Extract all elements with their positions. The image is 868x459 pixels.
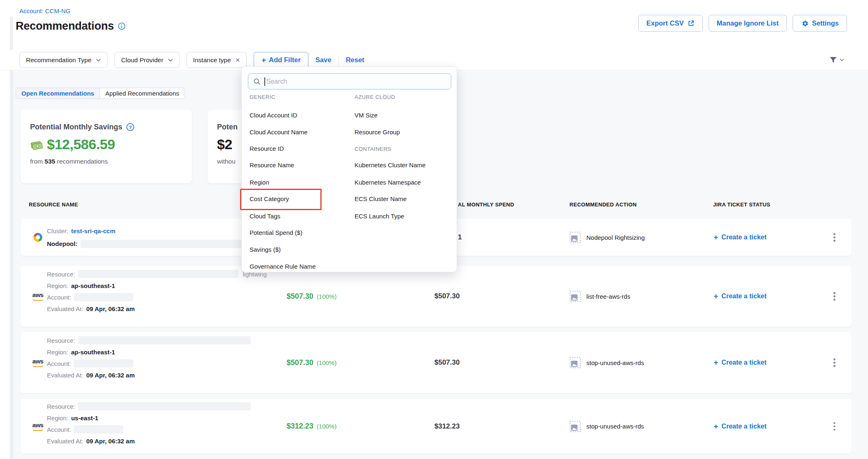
recommended-action: list-free-aws-rds — [569, 266, 630, 327]
region-value: ap-southeast-1 — [71, 349, 115, 356]
export-csv-label: Export CSV — [646, 19, 684, 27]
filter-chip-cloud-provider[interactable]: Cloud Provider — [114, 52, 180, 68]
dropdown-item-governance-rule-name[interactable]: Governance Rule Name — [250, 262, 316, 270]
dropdown-search[interactable] — [248, 73, 451, 89]
evaluated-at-label: Evaluated At: — [47, 438, 83, 445]
dropdown-item-region[interactable]: Region — [250, 178, 269, 186]
filter-panel-toggle[interactable] — [829, 56, 844, 64]
create-ticket-button[interactable]: + Create a ticket — [714, 219, 767, 256]
region-label: Region: — [47, 349, 68, 356]
save-filter-button[interactable]: Save — [315, 56, 331, 64]
redacted-value — [78, 336, 251, 344]
filter-chip-label: Recommendation Type — [26, 56, 91, 64]
savings-card-title: Potential Monthly Savings — [30, 123, 122, 131]
redacted-value — [78, 402, 251, 410]
cluster-label: Cluster: — [47, 227, 68, 234]
recommended-action: stop-unused-aws-rds — [569, 399, 644, 454]
column-header-total-monthly-spend-partial: AL MONTHLY SPEND — [458, 201, 514, 208]
column-header-resource-name: RESOURCE NAME — [29, 201, 78, 208]
recommended-action: stop-unused-aws-rds — [569, 332, 644, 393]
dropdown-item-potential-spend[interactable]: Potential Spend ($) — [250, 228, 302, 237]
table-row[interactable]: aws Resource: Region: ap-southeast-1 Acc… — [21, 332, 852, 393]
filter-chip-instance-type[interactable]: Instance type × — [187, 52, 247, 68]
kebab-menu-icon[interactable] — [831, 419, 838, 433]
broken-image-icon — [569, 232, 581, 243]
breadcrumb-account-link[interactable]: Account: CCM-NG — [19, 7, 70, 14]
dropdown-item-resource-id[interactable]: Resource ID — [250, 144, 284, 152]
potential-monthly-savings-card: Potential Monthly Savings ? $12,586.59 f… — [21, 110, 192, 183]
dropdown-item-resource-group[interactable]: Resource Group — [355, 128, 400, 136]
dropdown-item-vm-size[interactable]: VM Size — [355, 111, 378, 119]
create-ticket-button[interactable]: + Create a ticket — [714, 266, 767, 327]
reset-filter-button[interactable]: Reset — [346, 56, 364, 64]
redacted-value — [74, 293, 133, 301]
question-icon[interactable]: ? — [126, 123, 135, 131]
dropdown-item-kubernetes-namespace[interactable]: Kubernetes Namespace — [355, 178, 421, 186]
column-header-recommended-action: RECOMMENDED ACTION — [569, 201, 637, 208]
create-ticket-label: Create a ticket — [721, 423, 766, 430]
evaluated-at-label: Evaluated At: — [47, 305, 83, 312]
close-icon[interactable]: × — [236, 56, 240, 64]
filter-chip-recommendation-type[interactable]: Recommendation Type — [19, 52, 107, 68]
table-row[interactable]: aws Resource: Region: us-east-1 Account:… — [21, 399, 852, 454]
region-value: ap-southeast-1 — [71, 282, 115, 289]
savings-percent: (100%) — [317, 293, 336, 300]
create-ticket-button[interactable]: + Create a ticket — [714, 399, 767, 454]
spend-amount-partial: $2 — [217, 136, 232, 152]
recommendations-page: Account: CCM-NG Recommendations Export C… — [0, 0, 868, 459]
settings-button[interactable]: Settings — [793, 15, 847, 32]
recommended-action-label: list-free-aws-rds — [586, 293, 630, 300]
chevron-down-icon — [168, 59, 173, 62]
external-link-icon — [688, 20, 695, 27]
dropdown-section-azure-cloud: AZURE CLOUD — [355, 94, 395, 100]
resource-label: Resource: — [47, 403, 75, 410]
filter-chip-label: Cloud Provider — [121, 56, 163, 64]
broken-image-icon — [569, 357, 581, 368]
tab-applied-recommendations[interactable]: Applied Recommendations — [100, 88, 184, 98]
dropdown-section-containers: CONTAINERS — [355, 146, 391, 152]
info-icon[interactable] — [118, 22, 126, 30]
aws-logo-icon: aws — [29, 422, 47, 431]
potential-monthly-savings-value: $507.30 (100%) — [287, 266, 336, 327]
cluster-link[interactable]: test-sri-qa-ccm — [71, 227, 116, 234]
resource-label: Resource: — [47, 337, 75, 344]
tab-open-recommendations[interactable]: Open Recommendations — [16, 88, 100, 98]
kebab-menu-icon[interactable] — [831, 231, 838, 244]
monthly-spend-value: $507.30 — [434, 332, 460, 393]
region-label: Region: — [47, 282, 68, 289]
dropdown-item-ecs-cluster-name[interactable]: ECS Cluster Name — [355, 194, 407, 203]
dropdown-item-savings[interactable]: Savings ($) — [250, 245, 281, 253]
kebab-menu-icon[interactable] — [831, 290, 838, 303]
evaluated-at-value: 09 Apr, 06:32 am — [86, 438, 135, 445]
dropdown-item-kubernetes-cluster-name[interactable]: Kubernetes Cluster Name — [355, 161, 426, 169]
dropdown-item-ecs-launch-type[interactable]: ECS Launch Type — [355, 212, 404, 220]
add-filter-label: Add Filter — [269, 56, 301, 64]
manage-ignore-list-button[interactable]: Manage Ignore List — [709, 15, 787, 32]
redacted-value — [74, 359, 133, 368]
broken-image-icon — [569, 290, 581, 302]
plus-icon: + — [714, 292, 718, 301]
dropdown-item-resource-name[interactable]: Resource Name — [250, 161, 294, 169]
kebab-menu-icon[interactable] — [831, 356, 838, 370]
create-ticket-label: Create a ticket — [721, 234, 766, 241]
add-filter-button[interactable]: + Add Filter — [254, 52, 308, 68]
table-row[interactable]: aws Resource: lightwing Region: ap-south… — [21, 266, 852, 327]
savings-caption-suffix: recommendations — [57, 158, 108, 165]
recommendations-tabs: Open Recommendations Applied Recommendat… — [16, 88, 185, 99]
account-label: Account: — [47, 294, 71, 301]
resource-label: Resource: — [47, 271, 75, 278]
dropdown-item-cloud-account-id[interactable]: Cloud Account ID — [250, 111, 297, 119]
settings-label: Settings — [812, 19, 839, 27]
gcp-logo-icon — [29, 231, 47, 244]
create-ticket-button[interactable]: + Create a ticket — [714, 332, 767, 393]
search-input[interactable] — [266, 78, 446, 85]
redacted-value — [78, 270, 238, 278]
account-label: Account: — [47, 426, 71, 433]
monthly-spend-value: $507.30 — [434, 266, 460, 327]
dropdown-item-cloud-tags[interactable]: Cloud Tags — [250, 212, 280, 220]
export-csv-button[interactable]: Export CSV — [638, 15, 703, 32]
redacted-value — [80, 240, 257, 248]
add-filter-dropdown: GENERIC Cloud Account ID Cloud Account N… — [241, 66, 457, 272]
dropdown-item-cloud-account-name[interactable]: Cloud Account Name — [250, 128, 308, 136]
aws-logo-icon: aws — [29, 292, 47, 301]
